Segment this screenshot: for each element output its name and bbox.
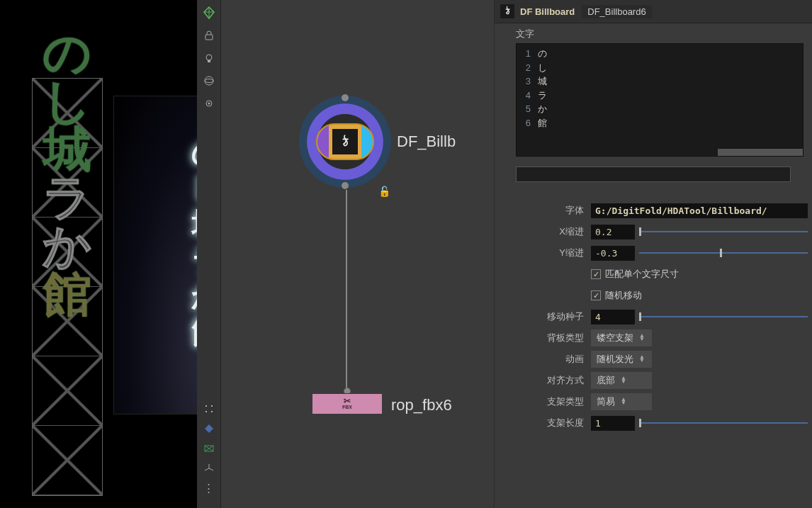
wireframe-preview: の し 城 ラ か 館 <box>21 28 113 489</box>
param-random-move: 随机移动 <box>495 287 808 304</box>
node-rop-fbx[interactable]: ✂FBX rop_fbx6 <box>312 393 383 414</box>
param-y-indent: Y缩进 -0.3 <box>495 244 808 261</box>
node-label: DF_Billb <box>397 132 456 151</box>
align-dropdown[interactable]: 底部▲▼ <box>591 372 652 389</box>
node-name-field[interactable]: DF_Billboard6 <box>582 5 651 18</box>
svg-point-6 <box>205 77 213 85</box>
font-path-field[interactable]: G:/DigitFold/HDATool/Billboard/ <box>591 203 808 218</box>
node-df-billboard[interactable]: ঠ DF_Billb <box>299 96 456 188</box>
bracket-type-dropdown[interactable]: 简易▲▼ <box>591 393 652 410</box>
node-type-label: DF Billboard <box>520 6 575 17</box>
svg-point-7 <box>205 79 213 83</box>
seed-field[interactable]: 4 <box>591 310 635 324</box>
text-param-label: 文字 <box>516 28 803 40</box>
parameter-panel: ঠ DF Billboard DF_Billboard6 文字 1の 2し 3城… <box>494 0 812 508</box>
scrollbar[interactable] <box>718 149 803 156</box>
bulb-icon[interactable] <box>201 50 218 67</box>
display-toggle[interactable] <box>202 402 216 416</box>
param-x-indent: X缩进 0.2 <box>495 223 808 240</box>
wireframe-icon[interactable] <box>202 441 216 456</box>
param-bracket-len: 支架长度 1 <box>495 414 808 431</box>
back-type-dropdown[interactable]: 镂空支架▲▼ <box>591 329 652 346</box>
fbx-icon: ✂FBX <box>342 398 352 409</box>
svg-line-15 <box>209 468 213 470</box>
text-editor[interactable]: 1の 2し 3城 4ラ 5か 6館 <box>516 43 803 157</box>
svg-rect-3 <box>205 35 213 40</box>
match-single-checkbox[interactable] <box>591 269 601 279</box>
param-back-type: 背板类型 镂空支架▲▼ <box>495 329 808 346</box>
panel-header: ঠ DF Billboard DF_Billboard6 <box>495 0 812 23</box>
unlock-icon[interactable]: 🔓 <box>378 186 390 197</box>
more-icon[interactable]: ⋮ <box>202 481 216 495</box>
param-seed: 移动种子 4 <box>495 308 808 325</box>
node-label: rop_fbx6 <box>391 396 452 414</box>
random-move-checkbox[interactable] <box>591 290 601 300</box>
y-indent-slider[interactable] <box>639 252 808 254</box>
param-match-single: 匹配单个文字尺寸 <box>495 266 808 283</box>
x-indent-slider[interactable] <box>639 231 808 232</box>
diamond-icon[interactable] <box>202 422 216 436</box>
bracket-len-slider[interactable] <box>639 422 808 424</box>
param-align: 对齐方式 底部▲▼ <box>495 372 808 389</box>
node-graph[interactable]: ঠ DF_Billb 🔓 ✂FBX rop_fbx6 <box>221 0 496 508</box>
param-bracket-type: 支架类型 简易▲▼ <box>495 393 808 410</box>
node-type-icon: ঠ <box>500 4 514 18</box>
svg-marker-10 <box>205 424 213 433</box>
node-wire <box>346 190 347 388</box>
preview-char: ラ <box>21 173 113 221</box>
node-icon: ঠ <box>332 129 358 154</box>
x-indent-field[interactable]: 0.2 <box>591 225 635 239</box>
preview-char: 城 <box>21 125 113 173</box>
preview-char: し <box>21 77 113 125</box>
viewport-toolbar: ⋮ <box>197 0 221 508</box>
param-anim: 动画 随机发光▲▼ <box>495 351 808 368</box>
axis-icon[interactable] <box>202 461 216 475</box>
param-font: 字体 G:/DigitFold/HDATool/Billboard/ <box>495 202 808 219</box>
anim-dropdown[interactable]: 随机发光▲▼ <box>591 351 652 368</box>
svg-point-9 <box>208 103 210 105</box>
svg-line-16 <box>205 468 209 470</box>
preview-char: の <box>21 28 113 77</box>
preview-char: か <box>21 221 113 269</box>
bracket-len-field[interactable]: 1 <box>591 416 635 431</box>
preview-char: 館 <box>21 269 113 317</box>
sphere-icon[interactable] <box>201 72 218 89</box>
svg-rect-5 <box>208 60 210 62</box>
svg-point-4 <box>206 55 212 60</box>
search-input[interactable] <box>516 166 791 182</box>
y-indent-field[interactable]: -0.3 <box>591 246 635 261</box>
seed-slider[interactable] <box>639 316 808 317</box>
lock-icon[interactable] <box>201 27 218 44</box>
target-icon[interactable] <box>201 95 218 112</box>
kite-icon[interactable] <box>201 4 218 21</box>
